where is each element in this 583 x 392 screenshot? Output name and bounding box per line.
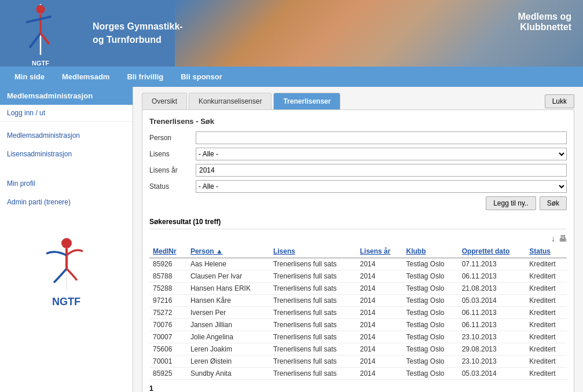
table-body: 85926Aas HeleneTrenerlisens full sats201… [149, 258, 567, 380]
ngtf-header-logo [12, 1, 69, 58]
label-status: Status [149, 182, 196, 190]
close-button[interactable]: Lukk [545, 94, 574, 108]
table-row[interactable]: 75272Iversen PerTrenerlisens full sats20… [149, 307, 567, 319]
form-row-lisens: Lisens - Alle - [149, 148, 567, 160]
sidebar-item-medlemsadm[interactable]: Medlemsadministrasjon [7, 127, 126, 144]
svg-line-5 [41, 33, 49, 44]
tab-trenerlisenser[interactable]: Trenerlisenser [273, 93, 340, 109]
table-row[interactable]: 75606Leren JoakimTrenerlisens full sats2… [149, 343, 567, 356]
form-row-lisens-ar: Lisens år [149, 164, 567, 177]
col-lisens[interactable]: Lisens [270, 245, 357, 258]
results-title: Søkeresultat (10 treff) [149, 215, 567, 229]
sidebar-item-logg-inn[interactable]: Logg inn / ut [0, 105, 133, 122]
col-lisens-ar[interactable]: Lisens år [357, 245, 403, 258]
content-area: Oversikt Konkurranselisenser Trenerlisen… [133, 87, 583, 392]
label-person: Person [149, 134, 196, 142]
form-row-status: Status - Alle - [149, 180, 567, 193]
tab-konkurranselisenser[interactable]: Konkurranselisenser [189, 93, 272, 109]
tabs-row: Oversikt Konkurranselisenser Trenerlisen… [142, 93, 574, 109]
ngtf-header-label: NGTF [32, 60, 49, 67]
print-icon[interactable]: 🖶 [559, 234, 567, 243]
table-row[interactable]: 70076Jansen JillianTrenerlisens full sat… [149, 319, 567, 331]
header-background [175, 0, 583, 67]
sidebar-item-lisensadm[interactable]: Lisensadministrasjon [7, 146, 126, 162]
table-row[interactable]: 70007Jolie AngelinaTrenerlisens full sat… [149, 331, 567, 343]
table-row[interactable]: 85788Clausen Per IvarTrenerlisens full s… [149, 270, 567, 283]
ngtf-sidebar-text: NGTF [52, 296, 80, 308]
form-actions: Legg til ny.. Søk [149, 196, 567, 210]
form-row-person: Person [149, 131, 567, 144]
nav-bli-sponsor[interactable]: Bli sponsor [172, 67, 231, 87]
table-row[interactable]: 85926Aas HeleneTrenerlisens full sats201… [149, 258, 567, 270]
nav-min-side[interactable]: Min side [6, 67, 53, 87]
input-lisens-ar[interactable] [196, 164, 567, 177]
results-icons: ↓ 🖶 [149, 232, 567, 245]
col-klubb[interactable]: Klubb [402, 245, 458, 258]
label-lisens-ar: Lisens år [149, 166, 196, 174]
pagination: 1 [149, 380, 567, 392]
org-name: Norges Gymnastikk- og Turnforbund [81, 20, 195, 46]
main-layout: Medlemsadministrasjon Logg inn / ut Medl… [0, 87, 583, 392]
sidebar-section-admin: Medlemsadministrasjon Lisensadministrasj… [0, 122, 133, 164]
input-person[interactable] [196, 131, 567, 144]
col-person[interactable]: Person ▲ [187, 245, 270, 258]
label-lisens: Lisens [149, 150, 196, 158]
sidebar-section-profile: Min profil Admin parti (trenere) [0, 170, 133, 212]
results-table: MedlNr Person ▲ Lisens Lisens år Klubb O… [149, 245, 567, 380]
sidebar-logo-area: NGTF [0, 224, 133, 320]
download-icon[interactable]: ↓ [551, 234, 555, 243]
col-opprettet-dato[interactable]: Opprettet dato [459, 245, 526, 258]
col-status[interactable]: Status [526, 245, 567, 258]
header: NGTF Norges Gymnastikk- og Turnforbund M… [0, 0, 583, 67]
ngtf-sidebar-logo [38, 235, 96, 293]
col-medlnr[interactable]: MedlNr [149, 245, 187, 258]
nav-bli-frivillig[interactable]: Bli frivillig [118, 67, 172, 87]
svg-line-3 [26, 16, 52, 22]
tab-oversikt[interactable]: Oversikt [142, 93, 187, 109]
table-row[interactable]: 85925Sundby AnitaTrenerlisens full sats2… [149, 368, 567, 380]
select-lisens[interactable]: - Alle - [196, 148, 567, 160]
table-header: MedlNr Person ▲ Lisens Lisens år Klubb O… [149, 245, 567, 258]
header-right-text: Medlems og Klubbnettet [518, 12, 571, 32]
svg-point-1 [36, 5, 45, 13]
nav-medlemsadm[interactable]: Medlemsadm [53, 67, 118, 87]
header-logo-area: NGTF [0, 0, 81, 67]
add-button[interactable]: Legg til ny.. [486, 196, 536, 210]
search-button[interactable]: Søk [540, 196, 567, 210]
svg-point-7 [61, 238, 72, 248]
navbar: Min side Medlemsadm Bli frivillig Bli sp… [0, 67, 583, 87]
sidebar-item-admin-parti[interactable]: Admin parti (trenere) [7, 194, 126, 210]
table-row[interactable]: 75288Hansen Hans ERIKTrenerlisens full s… [149, 283, 567, 295]
table-row[interactable]: 70001Leren ØisteinTrenerlisens full sats… [149, 356, 567, 368]
sidebar-item-min-profil[interactable]: Min profil [7, 175, 126, 192]
main-panel: Trenerlisens - Søk Person Lisens - Alle … [142, 109, 574, 392]
table-row[interactable]: 97216Hansen KåreTrenerlisens full sats20… [149, 295, 567, 307]
search-section-title: Trenerlisens - Søk [149, 117, 567, 126]
svg-line-4 [30, 33, 41, 47]
select-status[interactable]: - Alle - [196, 180, 567, 193]
sidebar: Medlemsadministrasjon Logg inn / ut Medl… [0, 87, 133, 392]
sidebar-title: Medlemsadministrasjon [0, 87, 133, 105]
